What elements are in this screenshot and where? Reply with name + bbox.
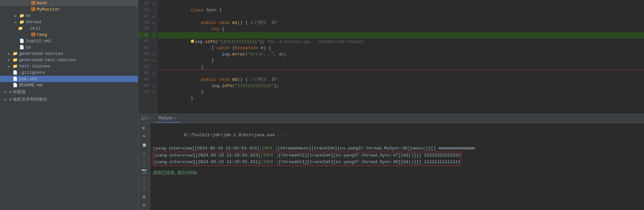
tree-arrow: ▶	[3, 97, 8, 101]
log-line-1: [yang-interview][2024-05-15 11:26:54.423…	[153, 145, 641, 152]
tab-close-button[interactable]: ✕	[174, 116, 176, 120]
console-tab-mysync[interactable]: MySync ✕	[155, 115, 180, 123]
log-trace-2: [traceId#]	[307, 152, 333, 159]
code-line-41: } catch (Exception e) {	[158, 39, 644, 45]
tree-item-util[interactable]: 📁 util	[0, 25, 138, 32]
log-date-1: [2024-05-15 11:26:54.423]	[194, 145, 259, 152]
code-content: class Sync { public void m1() { 1个用法 新* …	[158, 0, 644, 114]
code-line-47: log.info("2222222222222");	[158, 76, 644, 83]
stop-button[interactable]: ⏹	[140, 142, 149, 149]
console-body: ▶ ✎ ⏹ ↑ ↓ 📷 ↑ ↓ ⚙ ≡ D:\Toolkit\jdk\jdk-1…	[138, 123, 644, 210]
gutter-45	[152, 64, 156, 70]
tree-label: generated-test-sources	[19, 57, 76, 62]
log-trace-1: [traceId#]	[311, 145, 337, 152]
gutter-36	[152, 7, 156, 13]
snapshot-button[interactable]: 📷	[140, 168, 149, 174]
log-date-2: [2024-05-15 11:26:54.423]	[195, 152, 260, 159]
folder-icon: 📁	[19, 20, 24, 25]
tree-arrow: ▶	[7, 64, 11, 68]
log-thread-2: [thread#t2]	[278, 152, 307, 159]
tree-item-generated-test-sources[interactable]: ▶ 📁 generated-test-sources	[0, 57, 138, 63]
log-project-2: [yang-interview]	[154, 152, 195, 159]
tree-label: log4j2.xml	[26, 39, 52, 44]
run-button[interactable]: ▶	[140, 125, 149, 131]
code-line-49: }	[158, 89, 644, 95]
fold-marker-49[interactable]: ▷	[152, 89, 156, 95]
code-line-45	[158, 64, 644, 70]
fold-marker-37[interactable]: ▷	[152, 13, 156, 20]
log-level-2: [INFO ]	[260, 152, 279, 159]
extra-button[interactable]: ≡	[140, 202, 149, 209]
fold-marker-38[interactable]: ▷	[152, 20, 156, 26]
tree-label: za	[26, 45, 31, 50]
tree-item-pom[interactable]: 📄 pom.xml	[0, 76, 138, 82]
code-line-43: }	[158, 51, 644, 57]
tree-item-hash[interactable]: 🅲 Hash	[0, 0, 138, 6]
down2-button[interactable]: ↓	[140, 185, 149, 191]
scroll-down-button[interactable]: ↓	[140, 159, 149, 166]
console-exit-message: 进程已结束,退出代码0	[153, 170, 641, 176]
log-level-3: [INFO ]	[260, 159, 279, 165]
log-thread-1: [thread#main]	[277, 145, 311, 152]
exec-path: D:\Toolkit\jdk\jdk-1.8\bin\java.exe ...	[184, 133, 285, 138]
file-tree: 🅲 Hash 🅲 MyMonitor ▶ 📁 nk ▶ 📁 thread 📁 u…	[0, 0, 138, 210]
tree-item-yang[interactable]: 🅲 Yang	[0, 32, 138, 38]
code-line-42: log.error("error...", e);	[158, 45, 644, 51]
tree-arrow: ▶	[3, 90, 8, 94]
scroll-up-button[interactable]: ↑	[140, 151, 149, 157]
log-method-2: [m2()]	[401, 152, 416, 159]
line-numbers: 35 36 37 38 39 40 41 42 43 44 45 46 47 4…	[138, 0, 152, 114]
tree-item-temp-files[interactable]: ▶ ⊞ 临时文件和控制台	[0, 96, 138, 103]
code-line-46: public void m2() { 1个用法 新*	[158, 70, 644, 76]
tree-item-generated-sources[interactable]: ▶ 📁 generated-sources	[0, 51, 138, 57]
fold-marker-48[interactable]: ▷	[152, 83, 156, 89]
console-spacer	[153, 166, 641, 168]
log-line-2: [yang-interview][2024-05-15 11:26:54.423…	[154, 152, 461, 159]
code-line-44: }	[158, 57, 644, 64]
log-msg-3: [] 11111111111111	[416, 159, 461, 165]
tree-label: test-classes	[19, 64, 50, 69]
tree-item-readme[interactable]: 📄 README.md	[0, 82, 138, 88]
log-project-3: [yang-interview]	[154, 159, 195, 165]
console-container: 运行: MySync ✕ ▶ ✎ ⏹ ↑ ↓ 📷 ↑ ↓ ⚙	[138, 114, 644, 210]
log-method-3: [m1()]	[401, 159, 416, 165]
tree-item-za[interactable]: 📄 za	[0, 44, 138, 51]
file-icon: 📄	[13, 70, 18, 75]
folder-icon: 📁	[13, 57, 18, 62]
tree-item-mymonitor[interactable]: 🅲 MyMonitor	[0, 6, 138, 13]
tree-item-gitignore[interactable]: 📄 .gitignore	[0, 69, 138, 76]
log-msg-1: [] mmmmmmmmmmmmmm	[431, 145, 475, 152]
tree-item-nk[interactable]: ▶ 📁 nk	[0, 13, 138, 19]
up2-button[interactable]: ↑	[140, 176, 149, 183]
gutter-39	[152, 26, 156, 32]
md-icon: 📄	[13, 83, 18, 88]
console-toolbar: ▶ ✎ ⏹ ↑ ↓ 📷 ↑ ↓ ⚙ ≡	[138, 123, 150, 210]
log-class-3: [cn.yang37.thread.Sync:40]	[333, 159, 401, 165]
code-line-40: log.info("11111111111111");You, 6 minute…	[158, 32, 644, 39]
tree-item-external-libs[interactable]: ▶ ⊞ 外部库	[0, 88, 138, 96]
fold-marker-43[interactable]: ▷	[152, 51, 156, 57]
console-output: D:\Toolkit\jdk\jdk-1.8\bin\java.exe ... …	[150, 123, 644, 210]
settings-button[interactable]: ⚙	[140, 193, 149, 200]
tree-label: README.md	[19, 83, 42, 88]
fold-marker-46[interactable]: ▷	[152, 70, 156, 76]
gutter-40	[152, 32, 156, 39]
code-line-38: try {	[158, 20, 644, 26]
log-msg-2: [] 22222222222222	[416, 152, 461, 159]
log-region-bordered: [yang-interview][2024-05-15 11:26:54.423…	[153, 152, 641, 166]
fold-marker-35[interactable]: ▷	[152, 1, 156, 7]
tree-arrow: ▶	[13, 14, 18, 18]
edit-button[interactable]: ✎	[140, 133, 149, 140]
console-exec-line: D:\Toolkit\jdk\jdk-1.8\bin\java.exe ...	[153, 125, 641, 145]
log-date-3: [2024-05-15 11:26:55.421]	[195, 159, 260, 165]
tree-item-test-classes[interactable]: ▶ 📁 test-classes	[0, 63, 138, 69]
log-project-1: [yang-interview]	[153, 145, 194, 152]
tree-item-thread[interactable]: ▶ 📁 thread	[0, 19, 138, 25]
tree-label: Yang	[37, 32, 47, 37]
pom-icon: 📄	[13, 76, 18, 81]
code-line-48: }	[158, 83, 644, 89]
tree-item-log4j2[interactable]: 📄 log4j2.xml	[0, 38, 138, 44]
fold-marker-44[interactable]: ▷	[152, 57, 156, 64]
temp-icon: ⊞	[9, 97, 12, 102]
tree-label: Hash	[37, 1, 47, 6]
